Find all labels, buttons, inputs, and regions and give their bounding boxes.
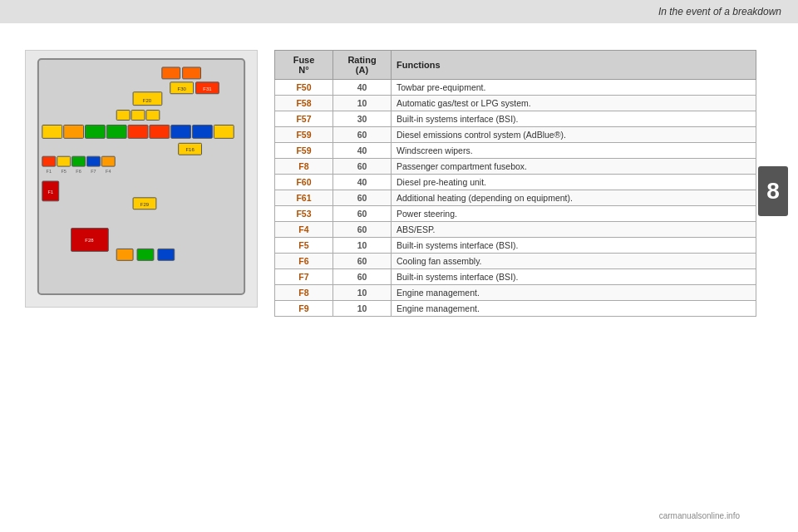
svg-rect-14 bbox=[64, 125, 84, 138]
table-row: F5940Windscreen wipers. bbox=[275, 143, 756, 159]
fuse-number: F50 bbox=[275, 80, 333, 96]
table-row: F5730Built-in systems interface (BSI). bbox=[275, 111, 756, 127]
svg-rect-28 bbox=[101, 156, 115, 166]
fuse-rating: 60 bbox=[333, 254, 392, 269]
col-header-functions: Functions bbox=[392, 51, 756, 80]
table-row: F810Engine management. bbox=[275, 285, 756, 301]
fuse-function: Windscreen wipers. bbox=[392, 143, 756, 159]
table-row: F5960Diesel emissions control system (Ad… bbox=[275, 127, 756, 143]
fuse-number: F59 bbox=[275, 143, 333, 159]
fuse-function: Engine management. bbox=[392, 285, 756, 301]
fuse-rating: 10 bbox=[333, 238, 392, 254]
fuse-rating: 60 bbox=[333, 206, 392, 222]
svg-rect-26 bbox=[72, 156, 86, 166]
col-header-rating: Rating(A) bbox=[333, 51, 392, 80]
header-bar: In the event of a breakdown bbox=[0, 0, 798, 23]
fuse-number: F9 bbox=[275, 301, 333, 317]
fuse-number: F59 bbox=[275, 127, 333, 143]
fuse-function: Additional heating (depending on equipme… bbox=[392, 190, 756, 206]
fuse-function: Cooling fan assembly. bbox=[392, 254, 756, 269]
svg-text:F29: F29 bbox=[140, 202, 150, 207]
col-header-fuse: FuseN° bbox=[275, 51, 333, 80]
svg-rect-17 bbox=[128, 125, 148, 138]
section-number: 8 bbox=[758, 166, 788, 216]
svg-rect-27 bbox=[86, 156, 100, 166]
svg-rect-2 bbox=[162, 67, 180, 79]
fuse-diagram-svg: F30 F31 F20 F16 F1 F5 F6 F7 bbox=[26, 51, 257, 307]
svg-rect-10 bbox=[116, 111, 130, 121]
fuse-rating: 10 bbox=[333, 96, 392, 111]
fuse-rating: 60 bbox=[333, 159, 392, 175]
table-row: F860Passenger compartment fusebox. bbox=[275, 159, 756, 175]
fuse-rating: 40 bbox=[333, 175, 392, 190]
fuse-number: F60 bbox=[275, 175, 333, 190]
svg-rect-20 bbox=[193, 125, 213, 138]
table-row: F5040Towbar pre-equipment. bbox=[275, 80, 756, 96]
fuse-number: F5 bbox=[275, 238, 333, 254]
header-title: In the event of a breakdown bbox=[658, 6, 781, 17]
table-row: F760Built-in systems interface (BSI). bbox=[275, 269, 756, 285]
fuse-rating: 40 bbox=[333, 143, 392, 159]
svg-text:F20: F20 bbox=[143, 98, 152, 103]
fuse-table-container: FuseN° Rating(A) Functions F5040Towbar p… bbox=[274, 50, 756, 482]
fuse-rating: 40 bbox=[333, 80, 392, 96]
table-row: F910Engine management. bbox=[275, 301, 756, 317]
fuse-number: F6 bbox=[275, 254, 333, 269]
svg-text:F1: F1 bbox=[47, 169, 52, 174]
svg-text:F28: F28 bbox=[85, 238, 94, 243]
fuse-number: F57 bbox=[275, 111, 333, 127]
fuse-function: Diesel pre-heating unit. bbox=[392, 175, 756, 190]
svg-text:F7: F7 bbox=[91, 169, 96, 174]
svg-rect-21 bbox=[214, 125, 234, 138]
fuse-function: Built-in systems interface (BSI). bbox=[392, 238, 756, 254]
svg-text:F31: F31 bbox=[203, 86, 212, 91]
table-row: F6040Diesel pre-heating unit. bbox=[275, 175, 756, 190]
svg-text:F1: F1 bbox=[48, 190, 53, 195]
fuse-number: F53 bbox=[275, 206, 333, 222]
svg-rect-18 bbox=[150, 125, 170, 138]
svg-rect-11 bbox=[131, 111, 145, 121]
table-row: F510Built-in systems interface (BSI). bbox=[275, 238, 756, 254]
fuse-rating: 60 bbox=[333, 190, 392, 206]
svg-rect-25 bbox=[57, 156, 71, 166]
svg-rect-24 bbox=[42, 156, 56, 166]
svg-rect-15 bbox=[85, 125, 105, 138]
svg-rect-3 bbox=[183, 67, 201, 79]
svg-rect-42 bbox=[158, 249, 175, 260]
table-header-row: FuseN° Rating(A) Functions bbox=[275, 51, 756, 80]
fuse-rating: 60 bbox=[333, 269, 392, 285]
table-row: F5360Power steering. bbox=[275, 206, 756, 222]
svg-rect-16 bbox=[106, 125, 126, 138]
watermark: carmanualsonline.info bbox=[659, 511, 740, 520]
table-row: F5810Automatic gas/test or LPG system. bbox=[275, 96, 756, 111]
fuse-function: Power steering. bbox=[392, 206, 756, 222]
fuse-diagram: F30 F31 F20 F16 F1 F5 F6 F7 bbox=[25, 50, 258, 308]
table-row: F460ABS/ESP. bbox=[275, 222, 756, 238]
fuse-number: F8 bbox=[275, 285, 333, 301]
fuse-rating: 30 bbox=[333, 111, 392, 127]
svg-rect-19 bbox=[171, 125, 191, 138]
fuse-number: F58 bbox=[275, 96, 333, 111]
fuse-table: FuseN° Rating(A) Functions F5040Towbar p… bbox=[274, 50, 756, 317]
fuse-function: Passenger compartment fusebox. bbox=[392, 159, 756, 175]
fuse-function: Engine management. bbox=[392, 301, 756, 317]
svg-rect-41 bbox=[137, 249, 154, 260]
fuse-rating: 60 bbox=[333, 127, 392, 143]
table-row: F6160Additional heating (depending on eq… bbox=[275, 190, 756, 206]
table-row: F660Cooling fan assembly. bbox=[275, 254, 756, 269]
fuse-function: ABS/ESP. bbox=[392, 222, 756, 238]
fuse-rating: 10 bbox=[333, 285, 392, 301]
fuse-function: Diesel emissions control system (AdBlue®… bbox=[392, 127, 756, 143]
svg-text:F6: F6 bbox=[76, 169, 81, 174]
fuse-function: Automatic gas/test or LPG system. bbox=[392, 96, 756, 111]
fuse-rating: 10 bbox=[333, 301, 392, 317]
svg-text:F16: F16 bbox=[185, 147, 195, 152]
svg-rect-12 bbox=[146, 111, 160, 121]
svg-text:F30: F30 bbox=[178, 86, 187, 91]
svg-rect-13 bbox=[42, 125, 62, 138]
fuse-number: F8 bbox=[275, 159, 333, 175]
svg-text:F5: F5 bbox=[61, 169, 66, 174]
svg-rect-40 bbox=[116, 249, 133, 260]
fuse-number: F4 bbox=[275, 222, 333, 238]
fuse-function: Built-in systems interface (BSI). bbox=[392, 269, 756, 285]
